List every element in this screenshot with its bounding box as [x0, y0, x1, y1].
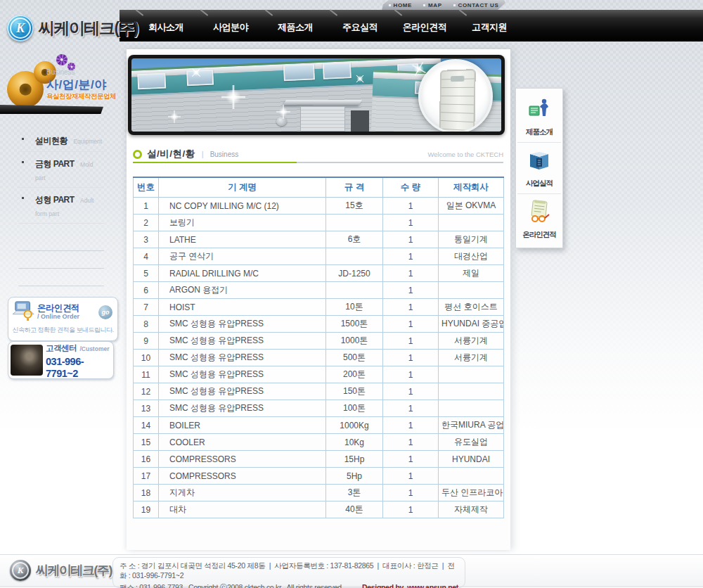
cell-no: 5: [134, 265, 159, 282]
equipment-table: 번호 기 계명 규 격 수 량 제작회사 1 NC COPY MILLING M…: [133, 177, 504, 518]
pinwheel-icon: [56, 54, 67, 65]
table-row: 10 SMC 성형용 유압PRESS 500톤 1 서륭기계: [134, 350, 504, 366]
nav-item[interactable]: 고객지원: [457, 18, 522, 34]
cell-spec: [326, 282, 383, 299]
sidebar-item-label: 성형 PART: [35, 195, 75, 205]
nav-item[interactable]: 사업분야: [198, 18, 263, 34]
nav-tick-icon: [200, 9, 208, 16]
cell-maker: HYUNDAI: [439, 451, 504, 468]
quickmenu-business-record[interactable]: 사업실적: [517, 142, 561, 193]
cell-maker: 자체제작: [439, 501, 504, 518]
nav-item[interactable]: 온라인견적: [392, 18, 457, 34]
table-row: 14 BOILER 1000Kg 1 한국MIURA 공업: [134, 417, 504, 434]
bullet-icon: [423, 4, 425, 6]
main-content: 설/비/현/황 | Business Welcome to the CKTECH…: [127, 49, 510, 550]
footer-logo-letter: K: [18, 565, 24, 576]
cell-spec: [326, 215, 383, 231]
cell-maker: 제일: [439, 265, 504, 282]
nav-item-label: 회사소개: [148, 22, 183, 32]
cell-name: SMC 성형용 유압PRESS: [159, 316, 326, 333]
online-quote-caption: 신속하고 정확한 견적을 보내드립니다.: [11, 326, 115, 335]
cell-maker: [439, 366, 504, 383]
cell-name: SMC 성형용 유압PRESS: [159, 400, 326, 417]
cell-qty: 1: [383, 468, 439, 485]
go-button[interactable]: go: [98, 305, 112, 319]
table-row: 13 SMC 성형용 유압PRESS 100톤 1: [134, 400, 504, 417]
sidebar-item-sublabel: Equipment: [73, 138, 102, 145]
cell-spec: 10톤: [326, 299, 383, 316]
cell-name: COMPRESSORS: [159, 468, 326, 485]
door-opening: [351, 110, 369, 132]
business-record-icon: [527, 148, 551, 175]
online-quote-box[interactable]: 온라인견적 / Online Order go 신속하고 정확한 견적을 보내드…: [8, 297, 118, 341]
cell-name: SMC 성형용 유압PRESS: [159, 333, 326, 350]
panel-door: [439, 69, 476, 132]
nav-tick-icon: [459, 9, 467, 16]
sidebar-divider-bar: [0, 105, 103, 114]
table-row: 6 ARGON 용접기 1: [134, 282, 504, 299]
utility-map-link[interactable]: MAP: [423, 2, 442, 8]
quickmenu-product[interactable]: 제품소개: [517, 91, 561, 142]
cell-maker: [439, 215, 504, 231]
cell-qty: 1: [383, 231, 439, 248]
cell-spec: 15호: [326, 198, 383, 215]
cell-no: 9: [134, 333, 159, 350]
online-quote-subtitle: / Online Order: [37, 314, 98, 321]
col-header-qty: 수 량: [383, 177, 439, 198]
cell-name: SMC 성형용 유압PRESS: [159, 383, 326, 400]
table-row: 3 LATHE 6호 1 통일기계: [134, 231, 504, 248]
nav-item-label: 사업분야: [213, 22, 248, 32]
utility-home-link[interactable]: HOME: [389, 2, 412, 8]
utility-contact-link[interactable]: CONTACT US: [453, 2, 499, 8]
online-quote-title: 온라인견적: [37, 304, 98, 314]
col-header-no: 번호: [134, 177, 159, 198]
cell-qty: 1: [383, 383, 439, 400]
footer-logo-k-icon: K: [10, 560, 31, 581]
quickmenu-label: 제품소개: [526, 127, 553, 137]
quickmenu-label: 사업실적: [526, 179, 553, 188]
cell-name: NC COPY MILLING M/C (12): [159, 198, 326, 215]
cell-name: 지게차: [159, 485, 326, 501]
nav-item[interactable]: 주요실적: [328, 18, 392, 34]
cell-maker: [439, 468, 504, 485]
sidebar-item-equipment[interactable]: 설비현황 Equipment: [18, 129, 104, 152]
welcome-text: Welcome to the CKTECH: [427, 151, 503, 158]
cell-qty: 1: [383, 350, 439, 366]
table-header-row: 번호 기 계명 규 격 수 량 제작회사: [134, 177, 504, 198]
cell-no: 10: [134, 350, 159, 366]
cell-name: LATHE: [159, 231, 326, 248]
table-row: 16 COMPRESSORS 15Hp 1 HYUNDAI: [134, 451, 504, 468]
cell-no: 15: [134, 434, 159, 451]
quickmenu-online-quote[interactable]: 온라인견적: [517, 193, 561, 245]
cell-no: 3: [134, 231, 159, 248]
cell-qty: 1: [383, 366, 439, 383]
sidebar-header: Business 사/업/분/야 욕실천장재제작전문업체: [6, 53, 121, 117]
footer-company-info: 주 소 : 경기 김포시 대곶면 석정리 45-20 제8동 | 사업자등록번호…: [120, 561, 458, 581]
page-title: 설/비/현/황: [147, 148, 195, 160]
cell-no: 7: [134, 299, 159, 316]
cell-name: COOLER: [159, 434, 326, 451]
cell-qty: 1: [383, 299, 439, 316]
cell-spec: 6호: [326, 231, 383, 248]
sidebar-item-form-part[interactable]: 성형 PART Adult form part: [18, 188, 104, 224]
col-header-name: 기 계명: [159, 177, 326, 198]
nav-item[interactable]: 제품소개: [263, 18, 328, 34]
sidebar-item-mold-part[interactable]: 금형 PART Mold part: [18, 152, 104, 188]
cell-name: ARGON 용접기: [159, 282, 326, 299]
designed-by-link[interactable]: Designed by www.apsun.net: [362, 583, 458, 588]
table-row: 11 SMC 성형용 유압PRESS 200톤 1: [134, 366, 504, 383]
quickmenu-label: 온라인견적: [522, 230, 556, 240]
nav-item[interactable]: 회사소개: [134, 18, 198, 34]
logo-letter: K: [16, 21, 25, 36]
cell-spec: 40톤: [326, 501, 383, 518]
table-row: 18 지게차 3톤 1 두산 인프라코아: [134, 485, 504, 501]
utility-home-label: HOME: [394, 2, 412, 8]
customer-phone: 031-996-7791~2: [46, 356, 113, 379]
sidebar-title-block: Business 사/업/분/야 욕실천장재제작전문업체: [46, 68, 116, 101]
site-logo[interactable]: K 씨케이테크(주): [7, 15, 138, 41]
utility-contact-label: CONTACT US: [458, 2, 499, 8]
left-sidebar: Business 사/업/분/야 욕실천장재제작전문업체 설비현황 Equipm…: [6, 53, 121, 321]
cell-spec: 500톤: [326, 350, 383, 366]
cell-no: 4: [134, 248, 159, 265]
cell-spec: [326, 248, 383, 265]
